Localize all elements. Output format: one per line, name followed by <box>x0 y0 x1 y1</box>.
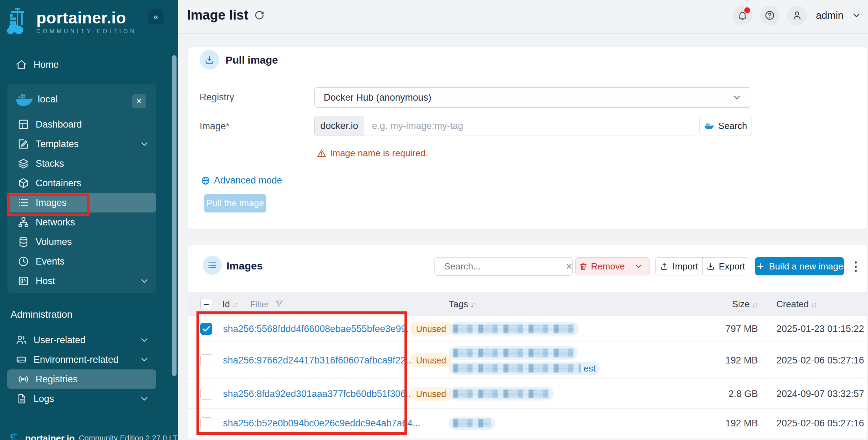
import-button[interactable]: Import <box>656 258 702 275</box>
column-id-filter[interactable]: Filter <box>250 300 269 309</box>
column-tags[interactable]: Tags↓↑ <box>449 299 476 310</box>
list-icon <box>207 260 217 270</box>
user-menu-avatar[interactable] <box>787 6 807 25</box>
export-button[interactable]: Export <box>702 258 749 275</box>
export-button-label: Export <box>719 261 745 272</box>
sidebar-item-networks[interactable]: Networks <box>7 212 156 232</box>
build-new-image-button[interactable]: Build a new image <box>755 257 844 275</box>
image-created: 2025-01-23 01:15:22 <box>776 324 864 334</box>
trash-icon <box>579 262 588 271</box>
row-checkbox[interactable] <box>200 417 212 429</box>
image-id-link[interactable]: sha256:5568fddd4f66008ebae555bfee3e99... <box>223 324 414 334</box>
table-row[interactable]: sha256:b52e0b094bc0e26c9eddc9e4ab7a64...… <box>188 409 867 438</box>
portainer-logo-icon <box>7 7 32 35</box>
sidebar-item-stacks[interactable]: Stacks <box>7 154 156 173</box>
sidebar-item-label: Containers <box>36 178 81 189</box>
row-checkbox[interactable] <box>200 323 212 335</box>
select-all-checkbox[interactable] <box>200 298 212 310</box>
environment-close-button[interactable]: ✕ <box>132 94 146 108</box>
clear-search-icon[interactable]: ✕ <box>566 262 573 272</box>
remove-dropdown-toggle[interactable] <box>628 258 649 275</box>
import-export-group: Import Export <box>655 257 749 275</box>
user-icon <box>791 10 803 21</box>
image-label-text: Image <box>200 121 226 131</box>
registries-icon <box>17 373 29 385</box>
notifications-button[interactable] <box>733 6 752 25</box>
sidebar-item-registries[interactable]: Registries <box>7 369 156 389</box>
pull-image-panel: Pull image Registry Docker Hub (anonymou… <box>188 47 867 230</box>
environment-header[interactable]: local ✕ <box>7 88 156 110</box>
sidebar-item-environment-related[interactable]: Environment-related <box>0 350 178 369</box>
table-row[interactable]: sha256:97662d24417b316f60607afbca9f22...… <box>188 341 867 379</box>
sidebar-scrollbar[interactable] <box>172 55 177 376</box>
registry-select[interactable]: Docker Hub (anonymous) <box>314 87 751 108</box>
image-search-button[interactable]: Search <box>700 116 752 136</box>
help-icon <box>764 10 775 21</box>
image-id-link[interactable]: sha256:8fda92ed301aaa377fcb60db51f306... <box>223 389 414 399</box>
pull-image-panel-icon <box>200 50 219 70</box>
image-id-link[interactable]: sha256:97662d24417b316f60607afbca9f22... <box>223 355 414 366</box>
table-row[interactable]: sha256:5568fddd4f66008ebae555bfee3e99...… <box>188 316 867 341</box>
page-header: Image list admin <box>178 0 868 34</box>
filter-funnel-icon[interactable] <box>275 299 284 308</box>
image-name-input[interactable] <box>364 116 695 136</box>
search-button-label: Search <box>718 121 747 131</box>
users-icon <box>15 334 27 346</box>
sidebar-item-containers[interactable]: Containers <box>7 173 156 193</box>
containers-icon <box>17 177 29 189</box>
chevron-down-icon <box>634 262 643 271</box>
registry-select-value: Docker Hub (anonymous) <box>324 92 431 103</box>
sidebar-item-user-related[interactable]: User-related <box>0 330 178 350</box>
chevron-down-icon <box>139 354 150 365</box>
download-icon <box>706 262 715 271</box>
dashboard-icon <box>17 118 29 130</box>
sidebar-collapse-button[interactable]: « <box>148 9 164 24</box>
sidebar-item-logs[interactable]: Logs <box>0 389 178 409</box>
sidebar-footer: portainer.io Community Edition 2.27.0 LT… <box>9 432 178 440</box>
sidebar-item-label: User-related <box>34 335 86 346</box>
import-button-label: Import <box>672 261 698 272</box>
plus-icon <box>756 262 765 271</box>
table-search-input[interactable] <box>444 261 561 272</box>
sidebar-item-home[interactable]: Home <box>0 55 178 74</box>
chevron-down-icon <box>139 139 150 149</box>
row-checkbox[interactable] <box>200 388 212 400</box>
remove-button[interactable]: Remove <box>575 257 650 275</box>
advanced-mode-link[interactable]: Advanced mode <box>201 175 282 186</box>
image-id-link[interactable]: sha256:b52e0b094bc0e26c9eddc9e4ab7a64... <box>223 418 421 429</box>
sidebar: portainer.io COMMUNITY EDITION « Home lo… <box>0 0 178 440</box>
sidebar-item-label: Templates <box>36 139 79 150</box>
help-button[interactable] <box>760 6 780 25</box>
registry-label: Registry <box>200 92 234 103</box>
row-checkbox[interactable] <box>200 354 212 366</box>
table-settings-kebab-menu[interactable] <box>851 259 861 274</box>
sidebar-item-label: Logs <box>34 394 54 404</box>
column-created[interactable]: Created↓↑ <box>776 299 817 310</box>
sidebar-item-label: Environment-related <box>34 354 119 365</box>
sidebar-item-templates[interactable]: Templates <box>7 134 156 154</box>
sidebar-item-events[interactable]: Events <box>7 252 156 271</box>
sidebar-item-dashboard[interactable]: Dashboard <box>7 115 156 134</box>
table-row[interactable]: sha256:8fda92ed301aaa377fcb60db51f306...… <box>188 379 867 409</box>
brand-name: portainer.io <box>36 10 137 26</box>
sidebar-item-images[interactable]: Images <box>7 193 156 212</box>
sidebar-item-label: Host <box>36 276 55 287</box>
refresh-icon[interactable] <box>254 10 265 21</box>
events-icon <box>17 255 29 267</box>
column-size[interactable]: Size↓↑ <box>732 299 758 310</box>
remove-button-main[interactable]: Remove <box>576 258 628 275</box>
sidebar-item-label: Volumes <box>36 237 72 247</box>
chevron-down-icon[interactable] <box>851 10 862 21</box>
logs-icon <box>15 393 27 405</box>
home-icon <box>15 59 27 71</box>
image-input-group: docker.io <box>314 116 695 136</box>
sidebar-item-host[interactable]: Host <box>7 271 156 291</box>
image-created: 2024-09-07 03:32:57 <box>776 389 864 399</box>
unused-badge: Unused <box>410 322 452 336</box>
pull-the-image-button[interactable]: Pull the image <box>204 194 266 212</box>
column-id[interactable]: Id↓↑ <box>222 299 238 310</box>
image-size: 192 MB <box>688 355 758 366</box>
remove-button-label: Remove <box>591 261 625 272</box>
sidebar-item-volumes[interactable]: Volumes <box>7 232 156 252</box>
tag-suffix: est <box>583 363 596 374</box>
